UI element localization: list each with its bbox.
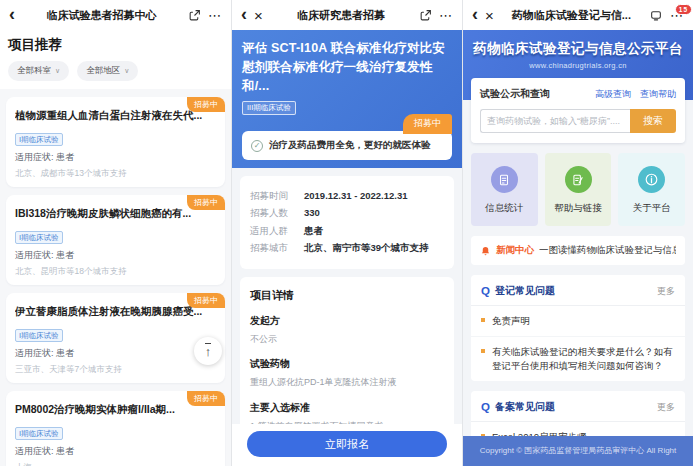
- cities-line: 北京、昆明市等18个城市支持: [15, 266, 216, 278]
- detail-body: 招募时间 2019.12.31 - 2022.12.31 招募人数 330 适用…: [232, 176, 462, 466]
- bullet-icon: [481, 349, 485, 353]
- more-menu-icon[interactable]: ⋯ 15: [670, 9, 684, 22]
- drug-title: 试验药物: [250, 357, 444, 371]
- detail-banner: ✓ 评估 SCT-I10A 联合标准化疗对比安慰剂联合标准化疗一线治疗复发性和/…: [232, 30, 462, 168]
- screen-registration-portal: ‹ × 药物临床试验登记与信... ⋯ 15 药物临床试验登记与信息公示平台 w…: [462, 0, 693, 466]
- trial-card-list: 招募中 植物源重组人血清白蛋白注射液在失代... I期临床试验 适用症状: 患者…: [0, 89, 231, 466]
- filter-region-label: 全部地区: [86, 65, 120, 77]
- symptom-line: 适用症状: 患者: [15, 347, 216, 360]
- filter-row: 全部科室 ∨ 全部地区 ∨: [8, 61, 223, 81]
- news-headline: 一图读懂药物临床试验登记与信息公示: [539, 244, 676, 257]
- trial-title: IBI318治疗晚期皮肤鳞状细胞癌的有...: [15, 207, 216, 221]
- tile-statistics[interactable]: 信息统计: [471, 153, 538, 226]
- header-recruitment-list: ‹ 临床试验患者招募中心 ⋯: [0, 0, 231, 30]
- info-row: 招募城市 北京、南宁市等39个城市支持: [250, 242, 444, 255]
- filter-department-label: 全部科室: [17, 65, 51, 77]
- symptom-line: 适用症状: 患者: [15, 445, 216, 458]
- faq-title: 登记常见问题: [495, 284, 657, 298]
- cities-line: 三亚市、天津等7个城市支持: [15, 364, 216, 376]
- info-label: 招募城市: [250, 242, 304, 255]
- trial-card[interactable]: 招募中 PM8002治疗晚期实体肿瘤I/IIa期... I期临床试验 适用症状:…: [6, 391, 225, 466]
- more-menu-icon[interactable]: ⋯: [439, 9, 453, 22]
- faq-item[interactable]: 免责声明: [471, 306, 685, 337]
- trial-title: PM8002治疗晚期实体肿瘤I/IIa期...: [15, 403, 216, 417]
- page-title: 临床试验患者招募中心: [22, 8, 181, 23]
- faq-item[interactable]: 有关临床试验登记的相关要求是什么？如有登记平台使用和填写相关问题如何咨询？: [471, 337, 685, 381]
- benefit-card: ✓ 治疗及药品费用全免，更好的就医体验: [242, 131, 452, 160]
- sponsor-value: 不公示: [250, 333, 444, 347]
- share-icon[interactable]: [188, 9, 201, 22]
- search-button[interactable]: 搜索: [630, 109, 676, 133]
- status-badge: 招募中: [187, 293, 225, 308]
- info-circle-icon: [638, 166, 665, 193]
- page-title: 临床研究患者招募: [270, 8, 412, 23]
- info-value: 患者: [304, 225, 323, 238]
- cities-line: 北京、成都市等13个城市支持: [15, 168, 216, 180]
- chevron-down-icon: ∨: [55, 67, 60, 75]
- copyright-footer: Copyright © 国家药品监督管理局药品审评中心 All Right: [463, 436, 693, 466]
- phase-tag: I期临床试验: [15, 427, 63, 440]
- trial-title: 植物源重组人血清白蛋白注射液在失代...: [15, 109, 216, 123]
- search-input[interactable]: [480, 109, 630, 133]
- status-badge: 招募中: [403, 114, 452, 134]
- more-link[interactable]: 更多: [657, 401, 675, 414]
- notification-badge: 15: [675, 4, 692, 15]
- faq-item-text: 有关临床试验登记的相关要求是什么？如有登记平台使用和填写相关问题如何咨询？: [492, 345, 675, 373]
- drug-value: 重组人源化抗PD-1单克隆抗体注射液: [250, 376, 444, 390]
- info-label: 招募人数: [250, 207, 304, 220]
- symptom-line: 适用症状: 患者: [15, 249, 216, 262]
- portal-title: 药物临床试验登记与信息公示平台: [469, 40, 687, 58]
- faq-head: Q 备案常见问题 更多: [471, 392, 685, 422]
- trial-title: 伊立替康脂质体注射液在晚期胰腺癌受...: [15, 305, 216, 319]
- info-value: 2019.12.31 - 2022.12.31: [304, 190, 408, 203]
- three-screen-compare: ‹ 临床试验患者招募中心 ⋯ 项目推荐 全部科室 ∨ 全部地区 ∨: [0, 0, 693, 466]
- q-icon: Q: [481, 285, 490, 297]
- news-bar[interactable]: 新闻中心 一图读懂药物临床试验登记与信息公示: [471, 236, 685, 265]
- status-badge: 招募中: [187, 391, 225, 406]
- benefit-text: 治疗及药品费用全免，更好的就医体验: [269, 139, 431, 152]
- tile-about[interactable]: 关于平台: [618, 153, 685, 226]
- info-value: 330: [304, 207, 320, 220]
- bullet-icon: [481, 318, 485, 322]
- news-center-label: 新闻中心: [496, 244, 534, 257]
- portal-url: www.chinadrugtrials.org.cn: [469, 61, 687, 70]
- info-value: 北京、南宁市等39个城市支持: [304, 242, 429, 255]
- bell-icon: [480, 245, 491, 257]
- more-menu-icon[interactable]: ⋯: [208, 9, 222, 22]
- trial-card[interactable]: 招募中 伊立替康脂质体注射液在晚期胰腺癌受... I期临床试验 适用症状: 患者…: [6, 293, 225, 383]
- close-icon[interactable]: ×: [485, 8, 494, 23]
- search-help-link[interactable]: 查询帮助: [640, 88, 676, 101]
- trial-card[interactable]: 招募中 植物源重组人血清白蛋白注射液在失代... I期临床试验 适用症状: 患者…: [6, 97, 225, 187]
- signup-button[interactable]: 立即报名: [247, 431, 447, 457]
- filter-department[interactable]: 全部科室 ∨: [8, 61, 69, 81]
- check-circle-icon: ✓: [251, 140, 263, 152]
- back-icon[interactable]: ‹: [9, 5, 15, 23]
- phase-tag: I期临床试验: [15, 231, 63, 244]
- back-to-top-button[interactable]: ↑: [194, 337, 222, 365]
- advanced-search-link[interactable]: 高级查询: [595, 88, 631, 101]
- screen-trial-detail: ‹ × 临床研究患者招募 ⋯ ✓ 评估 SCT-I10A 联合标准化疗对比安慰剂…: [231, 0, 462, 466]
- tile-label: 帮助与链接: [554, 202, 602, 215]
- q-icon: Q: [481, 401, 490, 413]
- search-card-head: 试验公示和查询 高级查询 查询帮助: [480, 87, 676, 101]
- statistics-doc-icon: [491, 166, 518, 193]
- symptom-line: 适用症状: 患者: [15, 151, 216, 164]
- back-icon[interactable]: ‹: [472, 5, 478, 23]
- trial-card[interactable]: 招募中 IBI318治疗晚期皮肤鳞状细胞癌的有... I期临床试验 适用症状: …: [6, 195, 225, 285]
- more-link[interactable]: 更多: [657, 285, 675, 298]
- faq-head: Q 登记常见问题 更多: [471, 276, 685, 306]
- tile-label: 信息统计: [485, 202, 523, 215]
- phase-tag: I期临床试验: [15, 329, 63, 342]
- info-row: 招募人数 330: [250, 207, 444, 220]
- trial-detail-title: 评估 SCT-I10A 联合标准化疗对比安慰剂联合标准化疗一线治疗复发性和/..…: [242, 39, 452, 95]
- close-icon[interactable]: ×: [254, 8, 263, 23]
- tile-help-links[interactable]: 帮助与链接: [545, 153, 612, 226]
- criteria-title: 主要入选标准: [250, 401, 444, 415]
- collection-icon[interactable]: [649, 9, 663, 22]
- search-card-title: 试验公示和查询: [480, 87, 586, 101]
- share-icon[interactable]: [419, 9, 432, 22]
- filter-region[interactable]: 全部地区 ∨: [77, 61, 138, 81]
- list-toolbar: 项目推荐 全部科室 ∨ 全部地区 ∨: [0, 30, 231, 89]
- back-icon[interactable]: ‹: [241, 5, 247, 23]
- status-badge: 招募中: [187, 97, 225, 112]
